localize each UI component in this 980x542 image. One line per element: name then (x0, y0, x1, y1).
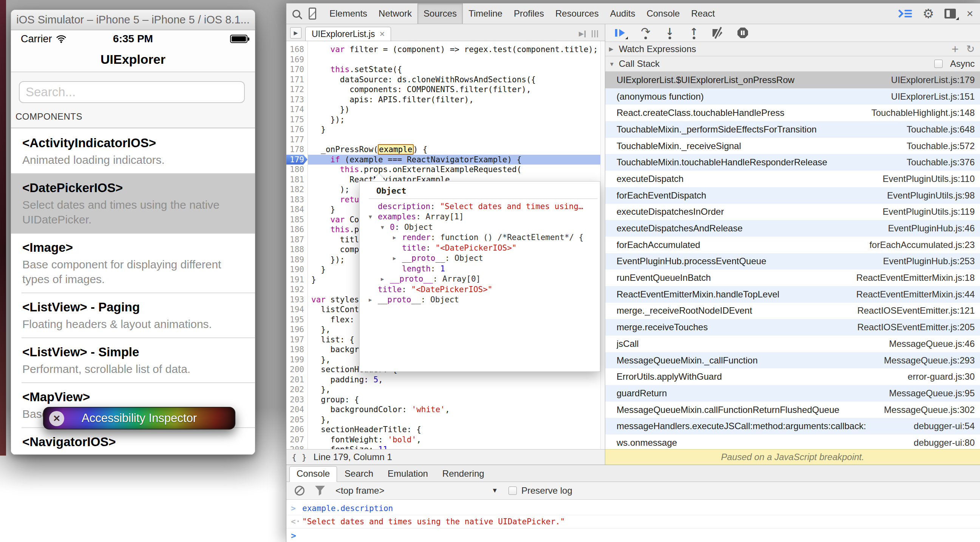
callstack-frame[interactable]: ErrorUtils.applyWithGuarderror-guard.js:… (605, 368, 980, 385)
callstack-frame[interactable]: TouchableMixin._receiveSignalTouchable.j… (605, 138, 980, 154)
code-line[interactable]: 176 } (286, 125, 605, 135)
expanded-arrow-icon[interactable]: ▼ (369, 214, 378, 220)
line-number[interactable]: 195 (286, 315, 307, 325)
code-line[interactable]: 180 this.props.onExternalExampleRequeste… (286, 165, 605, 175)
line-number[interactable]: 203 (286, 395, 307, 405)
callstack-frame[interactable]: executeDispatchesInOrderEventPluginUtils… (605, 204, 980, 220)
callstack-frame[interactable]: React.createClass.touchableHandlePressTo… (605, 105, 980, 121)
line-number[interactable]: 182 (286, 185, 307, 195)
line-number[interactable]: 173 (286, 95, 307, 105)
line-number[interactable]: 184 (286, 204, 307, 215)
tab-elements[interactable]: Elements (324, 3, 373, 24)
code-line[interactable]: 201 padding: 5, (286, 375, 605, 385)
collapsed-arrow-icon[interactable]: ▶ (369, 297, 378, 303)
close-devtools-icon[interactable]: × (966, 8, 973, 19)
object-property[interactable]: ▶__proto__: Object (360, 295, 600, 305)
line-number[interactable]: 177 (286, 135, 307, 145)
line-number[interactable]: 207 (286, 435, 307, 445)
line-number[interactable]: 199 (286, 355, 307, 365)
callstack-frame[interactable]: UIExplorerList.$UIExplorerList_onPressRo… (605, 72, 980, 88)
expanded-arrow-icon[interactable]: ▼ (381, 224, 390, 230)
line-number[interactable]: 176 (286, 125, 307, 135)
line-number[interactable]: 201 (286, 375, 307, 385)
line-number[interactable]: 204 (286, 405, 307, 415)
line-number[interactable]: 196 (286, 325, 307, 335)
tab-react[interactable]: React (685, 3, 721, 24)
callstack-frame[interactable]: TouchableMixin.touchableHandleResponderR… (605, 154, 980, 171)
async-checkbox[interactable] (934, 60, 943, 68)
callstack-frame[interactable]: (anonymous function)UIExplorerList.js:15… (605, 88, 980, 105)
code-editor[interactable]: 168 var filter = (component) => regex.te… (286, 41, 605, 449)
code-line[interactable]: 205 }, (286, 415, 605, 425)
code-line[interactable]: 168 var filter = (component) => regex.te… (286, 44, 605, 55)
callstack-frame[interactable]: guardReturnMessageQueue.js:95 (605, 385, 980, 402)
tab-profiles[interactable]: Profiles (508, 3, 550, 24)
callstack-frame[interactable]: forEachEventDispatchEventPluginUtils.js:… (605, 187, 980, 204)
line-number[interactable]: 205 (286, 415, 307, 425)
callstack-frame[interactable]: TouchableMixin._performSideEffectsForTra… (605, 121, 980, 138)
tab-network[interactable]: Network (373, 3, 417, 24)
line-number[interactable]: 202 (286, 385, 307, 395)
component-list-item[interactable]: <ActivityIndicatorIOS>Animated loading i… (11, 128, 255, 173)
code-line[interactable]: 169 (286, 55, 605, 65)
line-number[interactable]: 186 (286, 225, 307, 235)
callstack-frame[interactable]: MessageQueueMixin._callFunctionMessageQu… (605, 352, 980, 369)
close-tab-icon[interactable]: × (379, 29, 385, 39)
code-line[interactable]: 177 (286, 135, 605, 145)
callstack-frame[interactable]: executeDispatchEventPluginUtils.js:110 (605, 171, 980, 187)
filter-icon[interactable] (315, 486, 325, 496)
code-line[interactable]: 208 fontSize: 11, (286, 445, 605, 449)
preserve-log-checkbox[interactable] (509, 487, 517, 495)
console-tab-rendering[interactable]: Rendering (436, 466, 491, 482)
line-number[interactable]: 188 (286, 244, 307, 255)
object-property[interactable]: length: 1 (360, 263, 600, 274)
clear-console-icon[interactable] (295, 486, 304, 496)
object-property[interactable]: ▶__proto__: Array[0] (360, 274, 600, 285)
pretty-print-icon[interactable]: { } (292, 453, 307, 462)
callstack-frame[interactable]: jsCallMessageQueue.js:46 (605, 336, 980, 352)
collapsed-arrow-icon[interactable]: ▶ (393, 255, 402, 261)
collapsed-arrow-icon[interactable]: ▶ (393, 235, 402, 241)
settings-gear-icon[interactable]: ⚙ (923, 7, 934, 20)
show-navigator-icon[interactable]: ▶ (290, 27, 301, 38)
watch-expressions-header[interactable]: ▶ Watch Expressions + ↻ (605, 42, 980, 56)
code-line[interactable]: 173 apis: APIS.filter(filter), (286, 95, 605, 105)
line-number[interactable]: 178 (286, 144, 307, 155)
expanded-arrow-icon[interactable]: ▼ (609, 61, 619, 67)
code-line[interactable]: 178 _onPressRow(example) { (286, 144, 605, 155)
line-number[interactable]: 200 (286, 365, 307, 375)
callstack-frame[interactable]: MessageQueueMixin.callFunctionReturnFlus… (605, 402, 980, 418)
console-tab-search[interactable]: Search (338, 466, 380, 482)
code-line[interactable]: 204 backgroundColor: 'white', (286, 405, 605, 415)
line-number[interactable]: 172 (286, 84, 307, 95)
component-list-item[interactable]: <DatePickerIOS>Select dates and times us… (11, 173, 255, 233)
code-line[interactable]: 172 components: COMPONENTS.filter(filter… (286, 84, 605, 95)
call-stack-header[interactable]: ▼ Call Stack Async (605, 56, 980, 72)
callstack-frame[interactable]: merge._receiveRootNodeIDEventReactIOSEve… (605, 303, 980, 319)
callstack-frame[interactable]: EventPluginHub.processEventQueueEventPlu… (605, 253, 980, 270)
component-list-item[interactable]: <NavigatorIOS>iOS navigation capabilitie… (11, 427, 255, 455)
line-number[interactable]: 189 (286, 255, 307, 265)
resume-script-icon[interactable] (614, 28, 627, 38)
code-line[interactable]: 179 if (example === ReactNavigatorExampl… (286, 155, 605, 165)
add-watch-icon[interactable]: + (952, 43, 959, 55)
executing-line-number[interactable]: 179 (286, 155, 307, 165)
step-into-icon[interactable]: ↓ (664, 27, 676, 38)
console-tab-emulation[interactable]: Emulation (381, 466, 435, 482)
object-property[interactable]: title: "<DatePickerIOS>" (360, 243, 600, 253)
line-number[interactable]: 171 (286, 75, 307, 85)
object-property[interactable]: ▼examples: Array[1] (360, 212, 600, 222)
line-number[interactable]: 194 (286, 304, 307, 315)
console-drawer-icon[interactable] (897, 10, 912, 17)
tab-audits[interactable]: Audits (605, 3, 641, 24)
pause-on-exceptions-icon[interactable] (737, 27, 748, 38)
collapsed-arrow-icon[interactable]: ▶ (609, 46, 619, 52)
refresh-watch-icon[interactable]: ↻ (966, 44, 975, 54)
search-icon[interactable] (293, 10, 300, 18)
search-input[interactable] (19, 81, 245, 103)
device-emulation-icon[interactable] (309, 8, 316, 20)
callstack-frame[interactable]: executeDispatchesAndReleaseEventPluginHu… (605, 220, 980, 237)
callstack-frame[interactable]: ReactEventEmitterMixin.handleTopLevelRea… (605, 286, 980, 303)
component-list-item[interactable]: <ListView> - SimplePerformant, scrollabl… (11, 338, 255, 382)
line-number[interactable]: 183 (286, 195, 307, 205)
